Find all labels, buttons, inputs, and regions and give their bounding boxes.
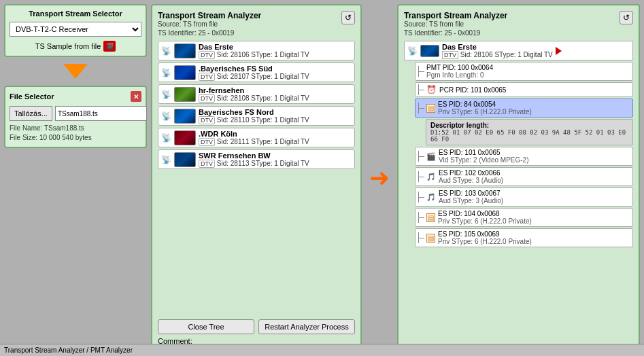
right-arrow: ➜: [366, 4, 393, 352]
restart-analyzer-button[interactable]: Restart Analyzer Process: [258, 319, 355, 334]
tree-pmt-pid[interactable]: PMT PID: 100 0x0064 Pgm Info Length: 0: [415, 62, 633, 81]
tree-es2-pid[interactable]: 🎬 ES PID: 101 0x0065 Vid SType: 2 (Video…: [415, 147, 633, 166]
tree-pcr-pid[interactable]: ⏰ PCR PID: 101 0x0065: [415, 82, 633, 97]
down-arrow: [4, 61, 147, 82]
antenna-icon-4: 📡: [161, 133, 171, 143]
channel-info-4: .WDR Köln DTV Sid: 28111 SType: 1 Digita…: [199, 130, 352, 145]
tree-root-meta: DTV Sid: 28106 SType: 1 Digital TV: [442, 51, 553, 58]
status-bar-text: Transport Stream Analyzer / PMT Analyzer: [4, 346, 133, 354]
es4-stype-label: Aud SType: 3 (Audio): [439, 197, 503, 204]
file-size-info: File Size: 10 000 540 bytes: [10, 133, 141, 143]
clock-icon: ⏰: [426, 85, 437, 94]
pmt-pid-label: PMT PID: 100 0x0064: [426, 64, 493, 71]
tree-antenna-icon: 📡: [407, 46, 418, 56]
channel-item-das-erste[interactable]: 📡 Das Erste DTV Sid: 28106 SType: 1 Digi…: [158, 41, 355, 60]
ts-sample-label: TS Sample from file: [35, 42, 101, 50]
tree-es1-pid[interactable]: ▤ ES PID: 84 0x0054 Priv SType: 6 (H.222…: [415, 99, 633, 118]
channel-name-1: .Bayerisches FS Süd: [199, 65, 352, 73]
es3-pid-label: ES PID: 102 0x0066: [439, 169, 503, 177]
channel-meta-2: DTV Sid: 28108 SType: 1 Digital TV: [199, 94, 352, 102]
right-panel-ts-id: TS Identifier: 25 - 0x0019: [404, 29, 507, 37]
file-name-field[interactable]: [55, 106, 147, 121]
ts-selector-panel: Transport Stream Selector DVB-T-T2-C Rec…: [4, 4, 147, 57]
channel-thumb-4: [174, 130, 196, 145]
channel-meta-4: DTV Sid: 28111 SType: 1 Digital TV: [199, 138, 352, 145]
es2-info: ES PID: 101 0x0065 Vid SType: 2 (Video M…: [439, 149, 528, 164]
channel-info-3: Bayerisches FS Nord DTV Sid: 28110 SType…: [199, 108, 352, 124]
tree-root-name: Das Erste: [442, 43, 553, 51]
es2-pid-label: ES PID: 101 0x0065: [439, 149, 528, 156]
channel-info-0: Das Erste DTV Sid: 28106 SType: 1 Digita…: [199, 43, 352, 58]
es6-info: ES PID: 105 0x0069 Priv SType: 6 (H.222.…: [438, 230, 532, 245]
channel-item-wdr[interactable]: 📡 .WDR Köln DTV Sid: 28111 SType: 1 Digi…: [158, 128, 355, 147]
middle-panel-source: Source: TS from file: [158, 20, 261, 28]
descriptor-label: Descriptor length:: [430, 122, 628, 129]
channel-item-br-sued[interactable]: 📡 .Bayerisches FS Süd DTV Sid: 28107 STy…: [158, 63, 355, 82]
file-selector-title: File Selector: [10, 92, 54, 101]
right-refresh-button[interactable]: ↺: [620, 11, 633, 24]
descriptor-value: D1:52 01 07 02 E0 65 F0 08 02 03 9A 48 5…: [430, 129, 628, 143]
dtv-badge-0: DTV: [199, 51, 215, 59]
middle-refresh-button[interactable]: ↺: [341, 11, 355, 24]
tree-es6-pid[interactable]: ▤ ES PID: 105 0x0069 Priv SType: 6 (H.22…: [415, 228, 633, 247]
pmt-info: PMT PID: 100 0x0064 Pgm Info Length: 0: [426, 64, 493, 79]
dtv-badge-3: DTV: [199, 116, 215, 124]
connector-es4: [418, 192, 424, 202]
ts-sample-icon[interactable]: 🎬: [103, 41, 116, 52]
channel-thumb-5: [174, 152, 196, 167]
es1-pid-label: ES PID: 84 0x0054: [438, 101, 532, 108]
connector-es6: [418, 232, 424, 243]
dtv-badge-4: DTV: [199, 138, 215, 146]
tree-es4-pid[interactable]: 🎵 ES PID: 103 0x0067 Aud SType: 3 (Audio…: [415, 188, 633, 207]
channel-thumb-1: [174, 65, 196, 80]
connector-pcr: [418, 84, 424, 95]
channel-meta-5: DTV Sid: 28113 SType: 1 Digital TV: [199, 160, 352, 167]
es1-icon: ▤: [426, 104, 435, 113]
tree-root-dtv: DTV: [442, 51, 458, 59]
tree-root-thumb: [420, 45, 439, 57]
es6-icon: ▤: [426, 234, 435, 243]
channel-thumb-0: [174, 43, 196, 58]
file-name-info: File Name: TSsam188.ts: [10, 124, 141, 133]
es6-stype-label: Priv SType: 6 (H.222.0 Private): [438, 238, 532, 245]
channel-thumb-2: [174, 87, 196, 102]
action-buttons: Close Tree Restart Analyzer Process: [158, 319, 355, 334]
es5-info: ES PID: 104 0x0068 Priv SType: 6 (H.222.…: [438, 210, 532, 225]
middle-panel-title: Transport Stream Analyzer: [158, 11, 261, 20]
tree-es5-pid[interactable]: ▤ ES PID: 104 0x0068 Priv SType: 6 (H.22…: [415, 208, 633, 227]
channel-thumb-3: [174, 109, 196, 124]
red-triangle: [556, 47, 562, 55]
browse-button[interactable]: Tallózás...: [10, 106, 52, 121]
es2-icon: 🎬: [426, 152, 436, 161]
file-info: File Name: TSsam188.ts File Size: 10 000…: [10, 124, 141, 143]
channel-name-2: hr-fernsehen: [199, 86, 352, 94]
close-tree-button[interactable]: Close Tree: [158, 319, 254, 334]
right-panel-scroll[interactable]: 📡 Das Erste DTV Sid: 28106 SType: 1 Digi…: [404, 41, 633, 345]
es3-stype-label: Aud SType: 3 (Audio): [439, 177, 503, 184]
channel-item-hr[interactable]: 📡 hr-fernsehen DTV Sid: 28108 SType: 1 D…: [158, 84, 355, 104]
channel-name-4: .WDR Köln: [199, 130, 352, 138]
channel-name-5: SWR Fernsehen BW: [199, 152, 352, 160]
connector-es2: [418, 151, 424, 162]
arrow-right-icon: ➜: [369, 166, 390, 190]
pgm-info-label: Pgm Info Length: 0: [426, 71, 493, 79]
tree-root-channel-meta: Sid: 28106 SType: 1 Digital TV: [460, 51, 553, 58]
tree-root-info: Das Erste DTV Sid: 28106 SType: 1 Digita…: [442, 43, 553, 58]
antenna-icon-0: 📡: [161, 46, 171, 56]
file-selector-close-button[interactable]: ✕: [131, 91, 141, 102]
channel-item-bn[interactable]: 📡 Bayerisches FS Nord DTV Sid: 28110 STy…: [158, 106, 355, 126]
tree-es3-pid[interactable]: 🎵 ES PID: 102 0x0066 Aud SType: 3 (Audio…: [415, 167, 633, 186]
middle-panel-ts-id: TS Identifier: 25 - 0x0019: [158, 29, 261, 37]
channel-meta-3: DTV Sid: 28110 SType: 1 Digital TV: [199, 116, 352, 124]
es3-info: ES PID: 102 0x0066 Aud SType: 3 (Audio): [439, 169, 503, 184]
tree-root-channel[interactable]: 📡 Das Erste DTV Sid: 28106 SType: 1 Digi…: [404, 41, 633, 60]
ts-selector-title: Transport Stream Selector: [10, 10, 141, 18]
ts-dropdown[interactable]: DVB-T-T2-C Receiver: [10, 22, 141, 37]
channel-name-3: Bayerisches FS Nord: [199, 108, 352, 116]
channel-name-0: Das Erste: [199, 43, 352, 51]
channel-item-swr[interactable]: 📡 SWR Fernsehen BW DTV Sid: 28113 SType:…: [158, 149, 355, 169]
file-selector-panel: File Selector ✕ Tallózás... File Name: T…: [4, 86, 147, 148]
antenna-icon-3: 📡: [161, 111, 171, 121]
connector-es3: [418, 171, 424, 182]
es2-stype-label: Vid SType: 2 (Video MPEG-2): [439, 156, 528, 164]
